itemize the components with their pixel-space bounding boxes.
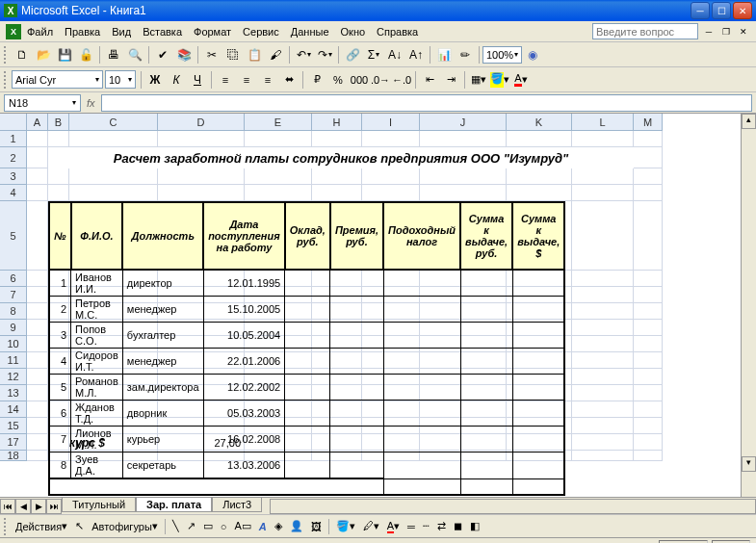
row-header[interactable]: 15 <box>0 418 27 434</box>
table-cell[interactable]: 12.02.2002 <box>203 375 285 401</box>
cell[interactable] <box>634 271 663 287</box>
italic-button[interactable]: К <box>166 69 187 90</box>
cell[interactable] <box>27 385 48 401</box>
tab-first-icon[interactable]: ⏮ <box>0 499 15 514</box>
cell[interactable] <box>420 168 507 185</box>
wordart-icon[interactable]: A <box>255 517 271 536</box>
cell[interactable] <box>572 131 634 147</box>
table-cell[interactable] <box>512 297 564 323</box>
cell[interactable] <box>572 271 634 287</box>
cell[interactable] <box>312 131 362 147</box>
font-size-combo[interactable]: 10▾ <box>105 70 136 89</box>
table-cell[interactable]: менеджер <box>122 349 203 375</box>
font-color-draw-icon[interactable]: A▾ <box>383 517 404 536</box>
menu-insert[interactable]: Вставка <box>143 26 182 38</box>
table-cell[interactable]: 13.03.2006 <box>203 452 285 479</box>
table-cell[interactable] <box>285 478 330 495</box>
arrow-icon[interactable]: ↗ <box>183 517 199 536</box>
cell[interactable] <box>362 185 420 201</box>
workbook-icon[interactable]: X <box>6 24 21 39</box>
cell[interactable] <box>634 320 663 336</box>
menu-help[interactable]: Справка <box>377 26 418 38</box>
tab-next-icon[interactable]: ▶ <box>31 499 46 514</box>
table-cell[interactable]: секретарь <box>122 452 203 479</box>
increase-decimal-icon[interactable]: .0→ <box>370 69 391 90</box>
cell[interactable] <box>27 320 48 336</box>
table-cell[interactable] <box>330 401 383 427</box>
help-icon[interactable]: ◉ <box>522 44 543 65</box>
menu-file[interactable]: Файл <box>27 26 53 38</box>
row-header[interactable]: 2 <box>0 147 27 168</box>
cell[interactable] <box>27 336 48 352</box>
table-cell[interactable] <box>512 375 564 401</box>
cell[interactable] <box>362 131 420 147</box>
table-cell[interactable] <box>330 297 383 323</box>
table-cell[interactable] <box>49 478 71 495</box>
cell[interactable] <box>420 185 507 201</box>
table-cell[interactable]: 6 <box>49 401 71 427</box>
cell[interactable] <box>634 287 663 303</box>
align-center-icon[interactable]: ≡ <box>236 69 257 90</box>
table-cell[interactable] <box>383 297 460 323</box>
col-header[interactable]: D <box>158 114 245 131</box>
borders-icon[interactable]: ▦▾ <box>468 69 489 90</box>
rectangle-icon[interactable]: ▭ <box>199 517 217 536</box>
table-cell[interactable]: Попов С.О. <box>71 323 123 349</box>
cell[interactable] <box>158 168 245 185</box>
cell[interactable] <box>27 401 48 418</box>
table-cell[interactable] <box>383 478 460 495</box>
research-icon[interactable]: 📚 <box>173 44 195 65</box>
row-header[interactable]: 4 <box>0 185 27 201</box>
cell[interactable] <box>634 185 663 201</box>
open-icon[interactable]: 📂 <box>33 44 54 65</box>
sort-asc-icon[interactable]: A↓ <box>384 44 405 65</box>
row-header[interactable]: 13 <box>0 385 27 401</box>
row-header[interactable]: 17 <box>0 434 27 451</box>
cell[interactable] <box>507 168 572 185</box>
row-header[interactable]: 9 <box>0 320 27 336</box>
cell[interactable] <box>48 131 69 147</box>
arrow-style-icon[interactable]: ⇄ <box>433 517 450 536</box>
format-painter-icon[interactable]: 🖌 <box>265 44 286 65</box>
table-cell[interactable]: 10.05.2004 <box>203 323 285 349</box>
tab-prev-icon[interactable]: ◀ <box>15 499 31 514</box>
table-cell[interactable] <box>512 427 564 452</box>
decrease-indent-icon[interactable]: ⇤ <box>419 69 440 90</box>
table-cell[interactable]: менеджер <box>122 297 203 323</box>
cell[interactable] <box>69 185 158 201</box>
cell[interactable] <box>634 303 663 320</box>
select-all-corner[interactable] <box>0 114 27 131</box>
menu-tools[interactable]: Сервис <box>243 26 279 38</box>
tab-last-icon[interactable]: ⏭ <box>46 499 62 514</box>
table-cell[interactable] <box>460 401 512 427</box>
menu-view[interactable]: Вид <box>112 26 131 38</box>
table-cell[interactable] <box>71 478 123 495</box>
cell[interactable] <box>158 185 245 201</box>
table-cell[interactable]: Петров М.С. <box>71 297 123 323</box>
fill-color-icon[interactable]: 🪣▾ <box>489 69 510 90</box>
table-cell[interactable] <box>383 270 460 297</box>
chart-wizard-icon[interactable]: 📊 <box>433 44 455 65</box>
cell[interactable] <box>572 352 634 369</box>
table-cell[interactable]: директор <box>122 270 203 297</box>
hyperlink-icon[interactable]: 🔗 <box>342 44 363 65</box>
table-cell[interactable]: 05.03.2003 <box>203 401 285 427</box>
col-header[interactable]: K <box>507 114 572 131</box>
cell[interactable] <box>634 434 663 451</box>
line-style-icon[interactable]: ═ <box>404 517 419 536</box>
table-cell[interactable] <box>122 478 203 495</box>
sheet-tab[interactable]: Зар. плата <box>136 498 212 512</box>
cell[interactable] <box>572 434 634 451</box>
cell[interactable] <box>572 303 634 320</box>
row-header[interactable]: 6 <box>0 271 27 287</box>
cell[interactable] <box>572 336 634 352</box>
menu-data[interactable]: Данные <box>291 26 329 38</box>
table-cell[interactable] <box>460 478 512 495</box>
comma-icon[interactable]: 000 <box>349 69 370 90</box>
save-icon[interactable]: 💾 <box>54 44 75 65</box>
textbox-icon[interactable]: A▭ <box>230 517 254 536</box>
cell[interactable] <box>634 147 663 168</box>
cell[interactable] <box>245 168 312 185</box>
cell[interactable] <box>312 185 362 201</box>
cell[interactable] <box>572 201 634 271</box>
